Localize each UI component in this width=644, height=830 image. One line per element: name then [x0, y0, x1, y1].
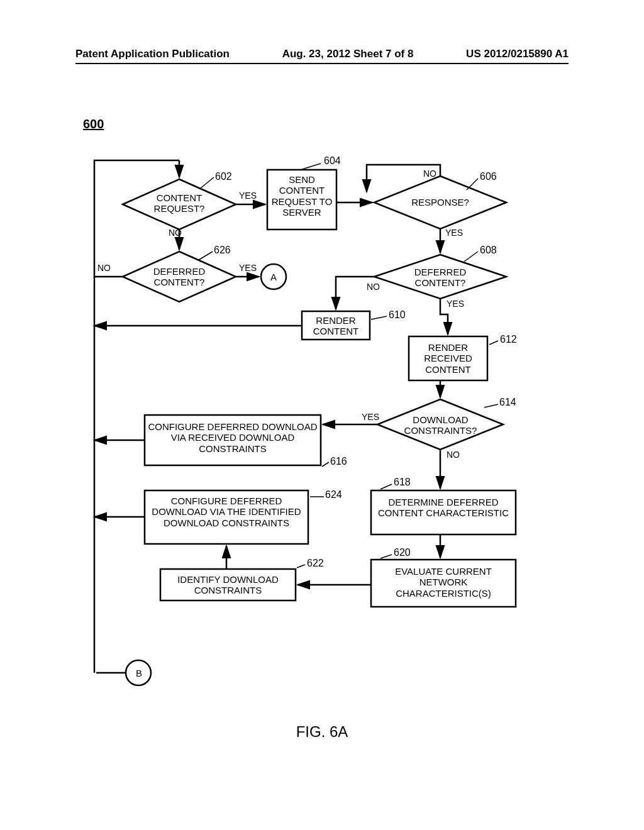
node-612-label: RENDER RECEIVED CONTENT — [410, 342, 486, 375]
svg-line-4 — [464, 252, 478, 262]
ref-606: 606 — [480, 171, 497, 182]
ref-612: 612 — [500, 334, 517, 345]
edge-608-yes: YES — [447, 299, 464, 309]
edge-614-no: NO — [447, 450, 460, 460]
node-604-label: SEND CONTENT REQUEST TO SERVER — [269, 174, 335, 218]
edge-602-yes: YES — [239, 191, 257, 201]
ref-620: 620 — [394, 547, 411, 558]
edge-606-no: NO — [423, 169, 436, 179]
header-rule — [75, 63, 569, 64]
ref-614: 614 — [499, 397, 516, 408]
edge-614-yes: YES — [362, 412, 379, 422]
edge-626-no: NO — [97, 263, 111, 273]
figure-label: FIG. 6A — [0, 723, 644, 741]
node-602-label: CONTENT REQUEST? — [145, 192, 214, 214]
node-608-label: DEFERRED CONTENT? — [399, 267, 481, 289]
node-616-label: CONFIGURE DEFERRED DOWNLOAD VIA RECEIVED… — [148, 421, 318, 454]
node-624-label: CONFIGURE DEFERRED DOWNLOAD VIA THE IDEN… — [147, 495, 306, 528]
figure-number: 600 — [83, 117, 104, 131]
page-header: Patent Application Publication Aug. 23, … — [0, 48, 644, 60]
ref-610: 610 — [389, 309, 406, 321]
svg-line-12 — [297, 565, 305, 568]
svg-line-0 — [301, 163, 321, 170]
node-614-label: DOWNLOAD CONSTRAINTS? — [398, 414, 483, 436]
ref-604: 604 — [324, 155, 341, 167]
header-center: Aug. 23, 2012 Sheet 7 of 8 — [282, 48, 414, 60]
header-right: US 2012/0215890 A1 — [466, 48, 569, 60]
svg-line-6 — [489, 341, 498, 345]
ref-608: 608 — [480, 245, 497, 256]
svg-line-11 — [380, 555, 392, 558]
svg-line-8 — [322, 462, 329, 467]
connector-b-label: B — [133, 668, 145, 678]
svg-line-5 — [371, 316, 387, 319]
node-618-label: DETERMINE DEFERRED CONTENT CHARACTERISTI… — [374, 497, 513, 519]
svg-line-7 — [484, 404, 498, 407]
node-626-label: DEFERRED CONTENT? — [138, 266, 220, 288]
ref-622: 622 — [307, 558, 324, 569]
edge-626-yes: YES — [239, 263, 257, 273]
header-left: Patent Application Publication — [75, 48, 230, 60]
connector-a-label: A — [268, 272, 279, 282]
node-622-label: IDENTIFY DOWNLOAD CONSTRAINTS — [162, 574, 294, 596]
ref-626: 626 — [214, 245, 231, 256]
svg-line-1 — [200, 177, 214, 189]
svg-line-3 — [198, 252, 213, 260]
edge-606-yes: YES — [445, 228, 463, 238]
ref-624: 624 — [325, 489, 342, 501]
ref-616: 616 — [330, 456, 347, 467]
edge-608-no: NO — [367, 282, 380, 292]
ref-618: 618 — [394, 477, 411, 488]
node-620-label: EVALUATE CURRENT NETWORK CHARACTERISTIC(… — [374, 566, 513, 599]
node-610-label: RENDER CONTENT — [303, 315, 369, 337]
ref-602: 602 — [215, 171, 232, 182]
node-606-label: RESPONSE? — [402, 197, 478, 208]
flowchart: CONTENT REQUEST? SEND CONTENT REQUEST TO… — [75, 157, 569, 723]
svg-line-9 — [380, 484, 392, 489]
edge-602-no: NO — [169, 228, 182, 238]
svg-line-2 — [467, 179, 478, 190]
